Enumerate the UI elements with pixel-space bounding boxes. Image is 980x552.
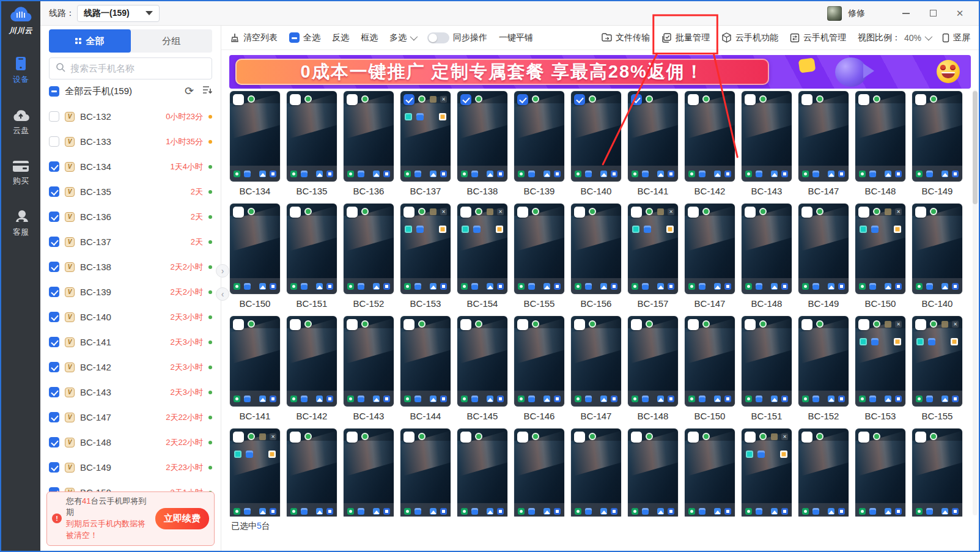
phone-screen[interactable]	[798, 91, 849, 182]
phone-card[interactable]: BC-148	[628, 316, 678, 422]
file-transfer-button[interactable]: 文件传输	[602, 32, 650, 43]
phone-screen[interactable]	[230, 204, 280, 294]
device-checkbox[interactable]	[49, 262, 59, 272]
device-list-item[interactable]: VBC-1482天22小时	[40, 430, 221, 455]
phone-card[interactable]: BC-152	[344, 204, 394, 309]
phone-select-checkbox[interactable]	[403, 207, 414, 218]
promo-banner[interactable]: 0成本一键推广 定制专属套餐 享最高28%返佣！	[229, 55, 971, 89]
device-checkbox[interactable]	[49, 362, 59, 372]
select-all-button[interactable]: 全选	[289, 32, 320, 43]
device-checkbox[interactable]	[49, 437, 59, 447]
panel-collapse-handle[interactable]: ‹	[216, 287, 229, 301]
phone-screen[interactable]	[571, 91, 621, 182]
phone-screen[interactable]	[287, 91, 337, 182]
phone-screen[interactable]	[628, 91, 678, 182]
phone-select-checkbox[interactable]	[801, 207, 812, 218]
box-select-button[interactable]: 框选	[361, 32, 378, 43]
select-all-checkbox[interactable]	[289, 32, 300, 43]
refresh-icon[interactable]: ⟳	[185, 86, 194, 97]
phone-select-checkbox[interactable]	[915, 432, 926, 443]
phone-select-checkbox[interactable]	[915, 207, 926, 218]
phone-card[interactable]: BC-134	[230, 91, 280, 197]
phone-card[interactable]: BC-138	[457, 91, 507, 197]
phone-select-checkbox[interactable]	[517, 207, 528, 218]
phone-screen[interactable]	[400, 316, 451, 407]
renew-now-button[interactable]: 立即续费	[155, 508, 209, 529]
phone-screen[interactable]	[912, 91, 962, 182]
phone-screen[interactable]: ✕	[742, 429, 792, 517]
phone-card[interactable]: BC-150	[230, 204, 280, 309]
phone-screen[interactable]	[628, 429, 678, 517]
phone-screen[interactable]	[287, 429, 337, 517]
phone-screen[interactable]	[400, 429, 451, 517]
batch-manage-button[interactable]: 批量管理	[661, 32, 710, 43]
phone-screen[interactable]	[457, 429, 507, 517]
device-list-item[interactable]: VBC-1331小时35分	[40, 129, 221, 154]
phone-screen[interactable]	[742, 316, 792, 407]
device-checkbox[interactable]	[49, 161, 59, 172]
phone-card[interactable]	[400, 429, 451, 517]
phone-screen[interactable]	[230, 316, 280, 407]
phone-screen[interactable]	[798, 204, 849, 294]
phone-screen[interactable]	[514, 429, 564, 517]
phone-screen[interactable]	[571, 204, 621, 294]
phone-card[interactable]: BC-149	[798, 204, 849, 309]
phone-screen[interactable]	[344, 91, 394, 182]
scrollbar-thumb[interactable]	[973, 91, 978, 204]
phone-select-checkbox[interactable]	[688, 432, 699, 443]
phone-functions-button[interactable]: 云手机功能	[721, 32, 778, 43]
device-checkbox[interactable]	[49, 337, 59, 347]
device-list-item[interactable]: VBC-1412天3小时	[40, 329, 221, 355]
view-scale-dropdown[interactable]: 视图比例： 40%	[858, 32, 930, 43]
phone-card[interactable]	[287, 429, 337, 517]
panel-expand-handle[interactable]: ›	[216, 264, 229, 278]
phone-screen[interactable]	[514, 91, 564, 182]
phone-card[interactable]	[514, 429, 564, 517]
phone-card[interactable]: ✕BC-157	[628, 204, 678, 309]
phone-screen[interactable]: ✕	[230, 429, 280, 517]
phone-card[interactable]: ✕BC-153	[855, 316, 905, 422]
phone-select-checkbox[interactable]	[858, 432, 869, 443]
phone-select-checkbox[interactable]	[858, 94, 869, 105]
phone-card[interactable]: BC-142	[287, 316, 337, 422]
sort-icon[interactable]	[202, 86, 212, 97]
device-checkbox[interactable]	[49, 237, 59, 247]
phone-card[interactable]	[628, 429, 678, 517]
line-select-dropdown[interactable]: 线路一(159)	[77, 5, 160, 22]
phone-select-checkbox[interactable]	[631, 319, 642, 330]
device-checkbox[interactable]	[49, 186, 59, 197]
device-list-item[interactable]: VBC-1472天22小时	[40, 405, 221, 430]
phone-select-checkbox[interactable]	[801, 432, 812, 443]
phone-screen[interactable]	[344, 429, 394, 517]
phone-select-checkbox[interactable]	[801, 94, 812, 105]
phone-select-checkbox[interactable]	[233, 319, 244, 330]
phone-screen[interactable]: ✕	[400, 204, 451, 294]
device-list-item[interactable]: VBC-1372天	[40, 229, 221, 254]
device-checkbox[interactable]	[49, 312, 59, 322]
phone-screen[interactable]	[457, 316, 507, 407]
phone-card[interactable]: BC-151	[287, 204, 337, 309]
phone-card[interactable]: BC-139	[514, 91, 564, 197]
device-checkbox[interactable]	[49, 111, 59, 122]
select-all-devices-checkbox[interactable]	[49, 86, 59, 97]
phone-select-checkbox[interactable]	[858, 207, 869, 218]
phone-select-checkbox[interactable]	[347, 432, 358, 443]
phone-card[interactable]: BC-144	[400, 316, 451, 422]
phone-select-checkbox[interactable]	[688, 94, 699, 105]
phone-card[interactable]: BC-156	[571, 204, 621, 309]
phone-card[interactable]	[457, 429, 507, 517]
phone-select-checkbox[interactable]	[290, 319, 301, 330]
phone-select-checkbox[interactable]	[517, 319, 528, 330]
phone-screen[interactable]	[628, 316, 678, 407]
device-checkbox[interactable]	[49, 462, 59, 473]
vertical-scrollbar[interactable]	[973, 90, 978, 515]
device-list-item[interactable]: VBC-1320小时23分	[40, 104, 221, 129]
phone-select-checkbox[interactable]	[403, 319, 414, 330]
phone-card[interactable]: ✕BC-137	[400, 91, 451, 197]
phone-screen[interactable]	[798, 429, 849, 517]
device-list-item[interactable]: VBC-1352天	[40, 179, 221, 204]
phone-screen[interactable]	[742, 204, 792, 294]
phone-card[interactable]: BC-148	[855, 91, 905, 197]
phone-screen[interactable]	[514, 316, 564, 407]
device-list-item[interactable]: VBC-1392天2小时	[40, 279, 221, 304]
